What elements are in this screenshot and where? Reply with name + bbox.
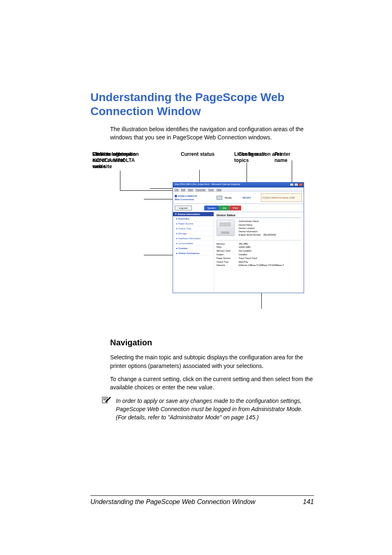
web-connection-label: Web Connection [175, 198, 212, 201]
sidebar-item-summary[interactable]: ▸ Summary [173, 216, 214, 221]
sidebar-item-counter[interactable]: ▸ Counter [173, 246, 214, 251]
sidebar-header: ▼ Device Information [173, 212, 214, 216]
menu-tools[interactable]: Tools [208, 188, 214, 191]
browser-window: http://192.168.1.2/m_index.html - Micros… [173, 182, 304, 293]
device-info-list: Administrator Name Device Name Device Lo… [239, 220, 276, 236]
nav-paragraph-1: Selecting the main topic and subtopic di… [110, 353, 314, 370]
device-spec-list: Memory:256 (MB) HDD:10420 (MB) Memory Ca… [217, 240, 301, 268]
note-icon [102, 397, 112, 422]
menu-view[interactable]: View [188, 188, 193, 191]
minimize-button[interactable] [290, 183, 294, 186]
printer-name-box: KONICA MINOLTA bizhub C20P [261, 193, 302, 202]
menu-help[interactable]: Help [217, 188, 221, 191]
footer-title: Understanding the PageScope Web Connecti… [90, 498, 256, 506]
status-badge: READY [242, 197, 251, 199]
sidebar-item-interface-info[interactable]: ▸ Interface Information [173, 236, 214, 241]
browser-menubar: File Edit View Favorites Tools Help [173, 187, 304, 192]
content-title: Device Status [217, 214, 301, 218]
annotated-diagram: Link toKONICA MINOLTAweb site Current st… [115, 151, 304, 324]
maximize-button[interactable] [294, 183, 298, 186]
menu-favorites[interactable]: Favorites [196, 188, 206, 191]
sidebar-item-storage[interactable]: ▸ Storage [173, 231, 214, 236]
note-text: In order to apply or save any changes ma… [116, 397, 314, 422]
printer-status-icon [217, 196, 222, 200]
close-button[interactable] [299, 183, 303, 186]
menu-edit[interactable]: Edit [181, 188, 185, 191]
status-ready-text: Ready [225, 197, 232, 199]
configuration-area: Device Status Administrator Name Device … [214, 212, 304, 293]
intro-paragraph: The illustration below identifies the na… [110, 125, 314, 141]
nav-paragraph-2: To change a current setting, click on th… [110, 375, 314, 392]
page-title: Understanding the PageScope Web Connecti… [90, 90, 314, 118]
sidebar: ▼ Device Information ▸ Summary ▸ Paper S… [173, 212, 214, 293]
label-config-area: Configuration area [238, 151, 282, 157]
page-footer: Understanding the PageScope Web Connecti… [90, 495, 314, 506]
sidebar-item-consumables[interactable]: ▸ Consumables [173, 241, 214, 246]
printer-image [217, 220, 235, 236]
tab-print[interactable]: Print [230, 206, 241, 210]
konica-minolta-logo[interactable]: KONICA MINOLTA [175, 195, 212, 197]
browser-titlebar: http://192.168.1.2/m_index.html - Micros… [173, 183, 304, 187]
logout-button[interactable]: Log out [175, 206, 192, 210]
tab-system[interactable]: System [204, 206, 219, 210]
sidebar-item-output-tray[interactable]: ▸ Output Tray [173, 226, 214, 231]
label-links-subtopics: Links to subtopics [92, 151, 136, 157]
navigation-heading: Navigation [110, 338, 314, 347]
label-current-status: Current status [181, 151, 214, 157]
sidebar-item-paper-source[interactable]: ▸ Paper Source [173, 221, 214, 226]
tab-job[interactable]: Job [219, 206, 230, 210]
menu-file[interactable]: File [175, 188, 179, 191]
titlebar-text: http://192.168.1.2/m_index.html - Micros… [175, 183, 240, 185]
page-number: 141 [303, 498, 314, 506]
sidebar-item-online-assistance[interactable]: ▸ Online Assistance [173, 251, 214, 256]
